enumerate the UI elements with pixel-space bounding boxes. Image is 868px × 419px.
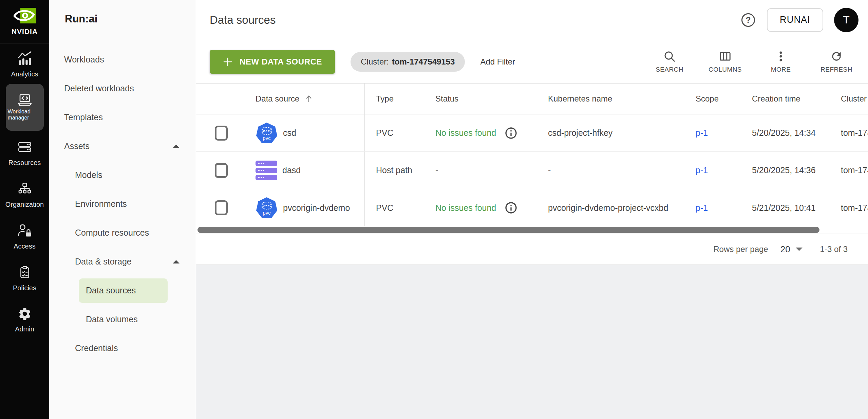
- header-actions: ? RUNAI T: [740, 8, 858, 32]
- refresh-icon: [830, 50, 843, 63]
- column-label: Cluster: [841, 94, 867, 103]
- status-text: -: [435, 165, 438, 175]
- table-row[interactable]: dasd Host path - - p-1 5/20/2025, 14:36 …: [196, 152, 868, 189]
- selected-item-pill: Data sources: [79, 278, 168, 303]
- cluster-value: tom-1747549153: [841, 165, 868, 175]
- data-source-name: dasd: [282, 165, 301, 175]
- column-header-type[interactable]: Type: [365, 94, 424, 104]
- creation-time-value: 5/20/2025, 14:36: [752, 165, 816, 175]
- horizontal-scrollbar-thumb[interactable]: [197, 227, 819, 233]
- sort-ascending-icon: [304, 94, 314, 104]
- cluster-cell: tom-1747549153: [830, 128, 868, 138]
- resources-icon: [17, 140, 32, 156]
- add-filter-button[interactable]: Add Filter: [480, 57, 515, 67]
- help-button[interactable]: ?: [740, 12, 756, 28]
- cluster-chip-label: Cluster:: [361, 57, 389, 67]
- action-label: MORE: [771, 66, 791, 73]
- sidebar-item-models[interactable]: Models: [49, 161, 196, 189]
- cluster-filter-chip[interactable]: Cluster: tom-1747549153: [351, 52, 465, 72]
- toolbar-actions: SEARCH COLUMNS MORE REFRE: [649, 50, 856, 73]
- sidebar-item-label: Models: [75, 170, 102, 180]
- collapse-caret-icon: [173, 260, 180, 263]
- columns-icon: [719, 50, 732, 63]
- columns-button[interactable]: COLUMNS: [705, 50, 745, 73]
- column-header-creation-time[interactable]: Creation time: [741, 94, 830, 104]
- sidebar-item-deleted-workloads[interactable]: Deleted workloads: [49, 74, 196, 103]
- sidebar-item-environments[interactable]: Environments: [49, 189, 196, 218]
- data-source-name: csd: [283, 128, 296, 138]
- sidebar-item-compute-resources[interactable]: Compute resources: [49, 218, 196, 247]
- kubernetes-name-value: -: [548, 165, 551, 175]
- rail-item-resources[interactable]: Resources: [4, 140, 45, 167]
- sidebar-item-templates[interactable]: Templates: [49, 103, 196, 132]
- sidebar-item-data-sources[interactable]: Data sources: [49, 276, 196, 305]
- action-label: SEARCH: [656, 66, 683, 73]
- column-header-cluster[interactable]: Cluster: [830, 94, 868, 104]
- table-row[interactable]: pvc csd PVC No issues found csd-project-…: [196, 114, 868, 152]
- user-avatar[interactable]: T: [834, 8, 858, 32]
- rail-item-admin[interactable]: Admin: [4, 307, 45, 333]
- scope-link[interactable]: p-1: [696, 203, 708, 213]
- new-data-source-button[interactable]: NEW DATA SOURCE: [210, 50, 335, 74]
- host-path-icon: [256, 161, 277, 180]
- table-header-row: Data source Type Status Kubernetes name …: [196, 83, 868, 114]
- sidebar-item-label: Deleted workloads: [64, 84, 134, 93]
- creation-time-value: 5/20/2025, 14:34: [752, 128, 816, 138]
- svg-text:?: ?: [746, 15, 751, 24]
- sidebar-item-data-volumes[interactable]: Data volumes: [49, 305, 196, 334]
- cluster-cell: tom-1747549153: [830, 203, 868, 213]
- sidebar-item-label: Templates: [64, 112, 103, 122]
- sidebar-item-label: Data volumes: [86, 314, 138, 324]
- type-value: Host path: [376, 165, 412, 175]
- column-header-data-source[interactable]: Data source: [246, 84, 365, 114]
- rail-item-label: Resources: [4, 159, 45, 167]
- more-button[interactable]: MORE: [761, 50, 801, 73]
- sidebar-item-workloads[interactable]: Workloads: [49, 45, 196, 74]
- admin-gear-icon: [18, 307, 32, 322]
- cluster-cell: tom-1747549153: [830, 165, 868, 175]
- column-label: Type: [376, 94, 394, 103]
- column-header-status[interactable]: Status: [424, 94, 537, 104]
- sidebar-group-data-storage[interactable]: Data & storage: [49, 247, 196, 276]
- sidebar-menu: Workloads Deleted workloads Templates As…: [49, 45, 196, 363]
- table-row[interactable]: pvc pvcorigin-dvdemo PVC No issues found…: [196, 189, 868, 226]
- scope-link[interactable]: p-1: [696, 165, 708, 175]
- row-checkbox[interactable]: [215, 126, 228, 141]
- status-info-icon[interactable]: [504, 201, 518, 215]
- column-header-kubernetes-name[interactable]: Kubernetes name: [537, 94, 684, 104]
- rail-item-access[interactable]: Access: [4, 223, 45, 251]
- nvidia-logo: NVIDIA: [0, 0, 49, 43]
- tenant-button[interactable]: RUNAI: [767, 8, 823, 32]
- creation-time-value: 5/21/2025, 10:41: [752, 203, 816, 213]
- action-label: COLUMNS: [709, 66, 742, 73]
- rail-item-policies[interactable]: Policies: [4, 265, 45, 292]
- rail-item-organization[interactable]: Organization: [4, 181, 45, 209]
- sidebar-item-credentials[interactable]: Credentials: [49, 334, 196, 363]
- column-label: Creation time: [752, 94, 800, 103]
- organization-icon: [17, 181, 32, 198]
- rows-per-page-label: Rows per page: [713, 244, 768, 254]
- scope-link[interactable]: p-1: [696, 128, 708, 138]
- rows-per-page-select[interactable]: 20: [780, 244, 803, 255]
- column-header-scope[interactable]: Scope: [684, 94, 741, 104]
- sidebar-item-label: Data & storage: [75, 257, 132, 267]
- rail-item-analytics[interactable]: Analytics: [4, 51, 45, 78]
- rail-item-label: Workload manager: [8, 109, 42, 121]
- horizontal-scrollbar[interactable]: [196, 226, 868, 234]
- kubernetes-name-cell: pvcorigin-dvdemo-project-vcxbd: [537, 203, 684, 213]
- new-data-source-label: NEW DATA SOURCE: [240, 57, 322, 67]
- rail-item-label: Organization: [4, 200, 45, 209]
- kubernetes-name-cell: -: [537, 165, 684, 175]
- column-label: Kubernetes name: [548, 94, 612, 103]
- sidebar-group-assets[interactable]: Assets: [49, 132, 196, 161]
- row-checkbox[interactable]: [215, 200, 228, 215]
- status-info-icon[interactable]: [504, 126, 518, 140]
- rail-item-workload-manager[interactable]: Workload manager: [6, 84, 44, 131]
- row-checkbox[interactable]: [215, 163, 228, 178]
- app-rail: NVIDIA Analytics Worklo: [0, 0, 49, 419]
- search-button[interactable]: SEARCH: [649, 50, 690, 73]
- column-label: Scope: [696, 94, 719, 103]
- refresh-button[interactable]: REFRESH: [816, 50, 856, 73]
- top-header: Data sources ? RUNAI T: [196, 0, 868, 40]
- analytics-icon: [17, 51, 32, 67]
